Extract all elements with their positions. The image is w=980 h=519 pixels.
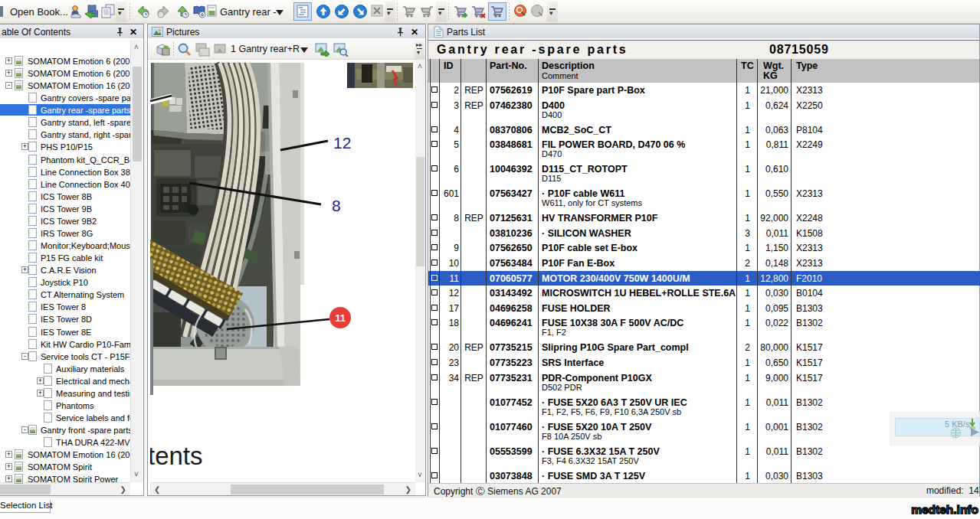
svg-text:8: 8 xyxy=(332,197,341,214)
svg-text:11: 11 xyxy=(335,312,346,324)
svg-text:12: 12 xyxy=(333,134,351,152)
